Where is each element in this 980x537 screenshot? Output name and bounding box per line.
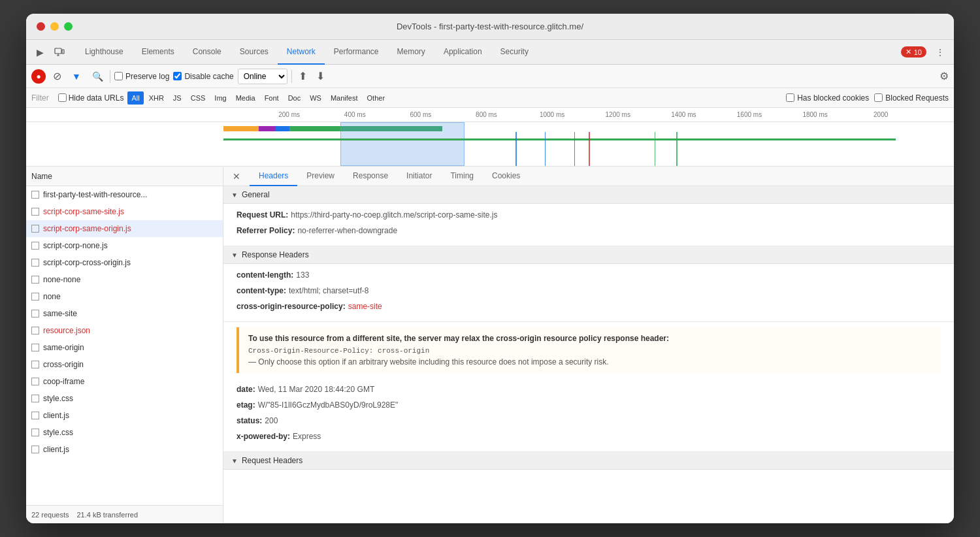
detail-tab-preview[interactable]: Preview (297, 167, 344, 186)
file-item-5[interactable]: none-none (26, 271, 223, 288)
corp-value: same-site (348, 301, 382, 312)
timeline-mark-600: 600 ms (410, 111, 431, 118)
filter-btn-other[interactable]: Other (363, 91, 389, 105)
date-row: date: Wed, 11 Mar 2020 18:44:20 GMT (237, 383, 941, 395)
hide-data-urls-label: Hide data URLs (69, 93, 124, 103)
file-item-15[interactable]: client.js (26, 441, 223, 458)
main-area: Name first-party-test-with-resource... s… (26, 167, 954, 523)
tab-sources[interactable]: Sources (231, 40, 278, 65)
close-button[interactable] (37, 22, 45, 31)
file-item-8[interactable]: resource.json (26, 322, 223, 339)
devtools-menu-icon[interactable]: ⋮ (932, 44, 949, 61)
tab-console[interactable]: Console (184, 40, 231, 65)
file-item-0[interactable]: first-party-test-with-resource... (26, 186, 223, 203)
tab-memory[interactable]: Memory (388, 40, 434, 65)
status-key: status: (237, 415, 262, 427)
tab-application[interactable]: Application (434, 40, 491, 65)
filter-btn-media[interactable]: Media (232, 91, 259, 105)
throttle-select-container[interactable]: Online Fast 3G Slow 3G Offline (238, 69, 287, 84)
timeline-mark-1400: 1400 ms (671, 111, 696, 118)
detail-tab-headers[interactable]: Headers (250, 167, 297, 186)
date-key: date: (237, 383, 255, 395)
file-icon-10 (31, 361, 39, 368)
x-powered-by-value: Express (293, 431, 321, 442)
etag-key: etag: (237, 399, 255, 411)
record-button[interactable]: ● (31, 69, 46, 84)
file-item-11[interactable]: coop-iframe (26, 373, 223, 390)
file-icon-0 (31, 191, 39, 199)
general-section-header[interactable]: ▼ General (223, 186, 954, 204)
detail-tab-response[interactable]: Response (344, 167, 397, 186)
request-headers-section-header[interactable]: ▼ Request Headers (223, 452, 954, 470)
tab-security[interactable]: Security (491, 40, 538, 65)
maximize-button[interactable] (64, 22, 73, 31)
tab-performance[interactable]: Performance (325, 40, 388, 65)
detail-tab-initiator[interactable]: Initiator (397, 167, 441, 186)
has-blocked-cookies-input[interactable] (786, 93, 794, 102)
file-item-7[interactable]: same-site (26, 305, 223, 322)
file-item-12[interactable]: style.css (26, 390, 223, 407)
search-icon[interactable]: 🔍 (89, 68, 106, 85)
hide-data-urls-checkbox[interactable]: Hide data URLs (58, 93, 124, 103)
preserve-log-input[interactable] (114, 72, 123, 80)
tab-network[interactable]: Network (278, 40, 325, 65)
corp-key: cross-origin-resource-policy: (237, 301, 346, 312)
throttle-select[interactable]: Online Fast 3G Slow 3G Offline (238, 71, 287, 82)
timeline-mark-2000: 2000 (874, 111, 888, 118)
upload-icon[interactable]: ⬆ (296, 70, 310, 82)
timeline-bar-area[interactable] (223, 122, 954, 166)
has-blocked-cookies-checkbox[interactable]: Has blocked cookies (786, 93, 869, 103)
file-icon-2 (31, 225, 39, 233)
file-item-14[interactable]: style.css (26, 424, 223, 441)
toolbar-divider-2 (291, 70, 292, 83)
filter-btn-ws[interactable]: WS (306, 91, 325, 105)
file-item-6[interactable]: none (26, 288, 223, 305)
detail-tab-cookies[interactable]: Cookies (483, 167, 529, 186)
filter-btn-js[interactable]: JS (169, 91, 186, 105)
general-section-title: General (242, 190, 270, 199)
filter-btn-doc[interactable]: Doc (284, 91, 305, 105)
filter-btn-img[interactable]: Img (210, 91, 230, 105)
filter-btn-css[interactable]: CSS (187, 91, 210, 105)
filter-btn-manifest[interactable]: Manifest (327, 91, 362, 105)
file-item-10[interactable]: cross-origin (26, 356, 223, 373)
settings-icon[interactable]: ⚙ (939, 70, 949, 82)
blocked-requests-checkbox[interactable]: Blocked Requests (874, 93, 949, 103)
timeline-selection (340, 122, 465, 166)
file-item-1[interactable]: script-corp-same-site.js (26, 203, 223, 220)
filter-btn-font[interactable]: Font (261, 91, 283, 105)
detail-pane: ✕ Headers Preview Response Initiator Tim… (223, 167, 954, 523)
content-length-key: content-length: (237, 269, 293, 281)
timeline-vline-blue-1 (515, 132, 517, 166)
disable-cache-input[interactable] (173, 72, 182, 80)
clear-button[interactable]: ⊘ (50, 69, 64, 84)
blocked-requests-input[interactable] (874, 93, 883, 102)
device-icon[interactable] (51, 44, 68, 61)
detail-tab-timing[interactable]: Timing (441, 167, 483, 186)
download-icon[interactable]: ⬇ (314, 70, 327, 82)
filter-btn-all[interactable]: All (127, 91, 143, 105)
detail-close-button[interactable]: ✕ (229, 169, 244, 184)
tab-elements[interactable]: Elements (133, 40, 184, 65)
filter-icon[interactable]: ▼ (68, 68, 85, 85)
warning-code: Cross-Origin-Resource-Policy: cross-orig… (248, 347, 932, 355)
tab-lighthouse[interactable]: Lighthouse (76, 40, 133, 65)
cursor-icon[interactable]: ▶ (31, 44, 48, 61)
file-item-2[interactable]: script-corp-same-origin.js (26, 220, 223, 237)
filter-btn-xhr[interactable]: XHR (145, 91, 168, 105)
content-type-key: content-type: (237, 285, 286, 297)
response-headers-section-title: Response Headers (242, 250, 309, 259)
hide-data-urls-input[interactable] (58, 93, 67, 102)
file-name-1: script-corp-same-site.js (43, 207, 218, 216)
corp-row: cross-origin-resource-policy: same-site (237, 301, 941, 312)
file-item-9[interactable]: same-origin (26, 339, 223, 356)
file-item-4[interactable]: script-corp-cross-origin.js (26, 254, 223, 271)
file-item-13[interactable]: client.js (26, 407, 223, 424)
file-item-3[interactable]: script-corp-none.js (26, 237, 223, 254)
response-headers-section-header[interactable]: ▼ Response Headers (223, 246, 954, 264)
preserve-log-checkbox[interactable]: Preserve log (114, 72, 169, 81)
detail-tabs-bar: ✕ Headers Preview Response Initiator Tim… (223, 167, 954, 186)
minimize-button[interactable] (50, 22, 59, 31)
disable-cache-checkbox[interactable]: Disable cache (173, 72, 233, 81)
warning-desc: — Only choose this option if an arbitrar… (248, 357, 932, 366)
